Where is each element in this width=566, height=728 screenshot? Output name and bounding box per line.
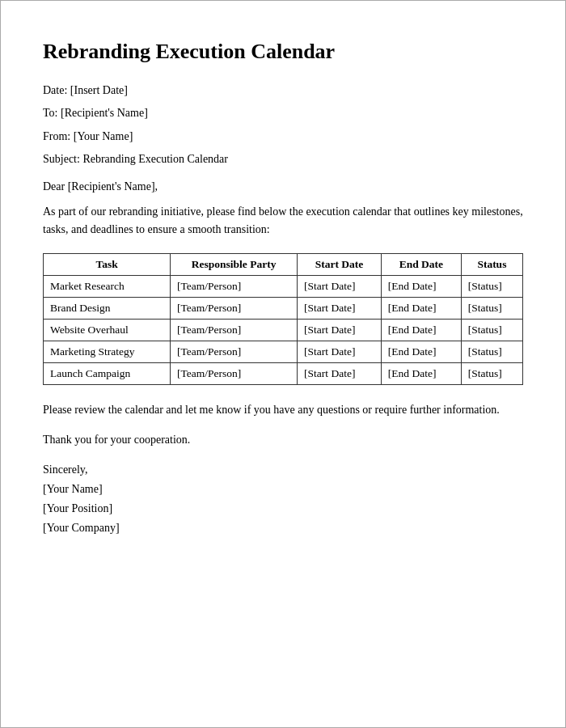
table-row: Launch Campaign[Team/Person][Start Date]… (44, 363, 523, 385)
table-row: Website Overhaul[Team/Person][Start Date… (44, 320, 523, 341)
table-cell: Launch Campaign (44, 363, 171, 385)
col-header-end: End Date (381, 254, 461, 276)
table-cell: [Status] (461, 341, 522, 363)
closing-sincerely: Sincerely, (43, 460, 523, 480)
col-header-task: Task (44, 254, 171, 276)
table-row: Market Research[Team/Person][Start Date]… (44, 276, 523, 298)
table-cell: [Team/Person] (171, 298, 298, 320)
table-cell: [Start Date] (298, 276, 382, 298)
table-cell: [Status] (461, 320, 522, 341)
from-field: From: [Your Name] (43, 128, 523, 146)
table-cell: [End Date] (381, 341, 461, 363)
footer-paragraph: Please review the calendar and let me kn… (43, 401, 523, 419)
closing-company: [Your Company] (43, 518, 523, 538)
table-cell: Website Overhaul (44, 320, 171, 341)
col-header-party: Responsible Party (171, 254, 298, 276)
table-cell: [Status] (461, 363, 522, 385)
table-header-row: Task Responsible Party Start Date End Da… (44, 254, 523, 276)
document-container: Rebranding Execution Calendar Date: [Ins… (0, 0, 566, 728)
table-cell: [Team/Person] (171, 341, 298, 363)
table-cell: Brand Design (44, 298, 171, 320)
to-field: To: [Recipient's Name] (43, 104, 523, 122)
date-field: Date: [Insert Date] (43, 82, 523, 99)
table-cell: [Status] (461, 276, 522, 298)
table-cell: [End Date] (381, 363, 461, 385)
table-cell: [End Date] (381, 320, 461, 341)
document-title: Rebranding Execution Calendar (43, 40, 523, 64)
table-cell: [End Date] (381, 276, 461, 298)
closing-block: Sincerely, [Your Name] [Your Position] [… (43, 460, 523, 537)
col-header-status: Status (461, 254, 522, 276)
subject-field: Subject: Rebranding Execution Calendar (43, 150, 523, 168)
salutation: Dear [Recipient's Name], (43, 180, 523, 193)
thank-you-text: Thank you for your cooperation. (43, 431, 523, 449)
table-cell: [Team/Person] (171, 276, 298, 298)
col-header-start: Start Date (298, 254, 382, 276)
table-row: Brand Design[Team/Person][Start Date][En… (44, 298, 523, 320)
closing-name: [Your Name] (43, 480, 523, 499)
table-cell: [Team/Person] (171, 363, 298, 385)
intro-paragraph: As part of our rebranding initiative, pl… (43, 203, 523, 239)
table-cell: [Start Date] (298, 341, 382, 363)
execution-calendar-table: Task Responsible Party Start Date End Da… (43, 253, 523, 385)
table-cell: [Start Date] (298, 320, 382, 341)
table-cell: [End Date] (381, 298, 461, 320)
table-cell: Marketing Strategy (44, 341, 171, 363)
table-cell: [Start Date] (298, 363, 382, 385)
table-cell: [Status] (461, 298, 522, 320)
table-cell: [Team/Person] (171, 320, 298, 341)
table-cell: [Start Date] (298, 298, 382, 320)
table-row: Marketing Strategy[Team/Person][Start Da… (44, 341, 523, 363)
table-cell: Market Research (44, 276, 171, 298)
closing-position: [Your Position] (43, 499, 523, 518)
